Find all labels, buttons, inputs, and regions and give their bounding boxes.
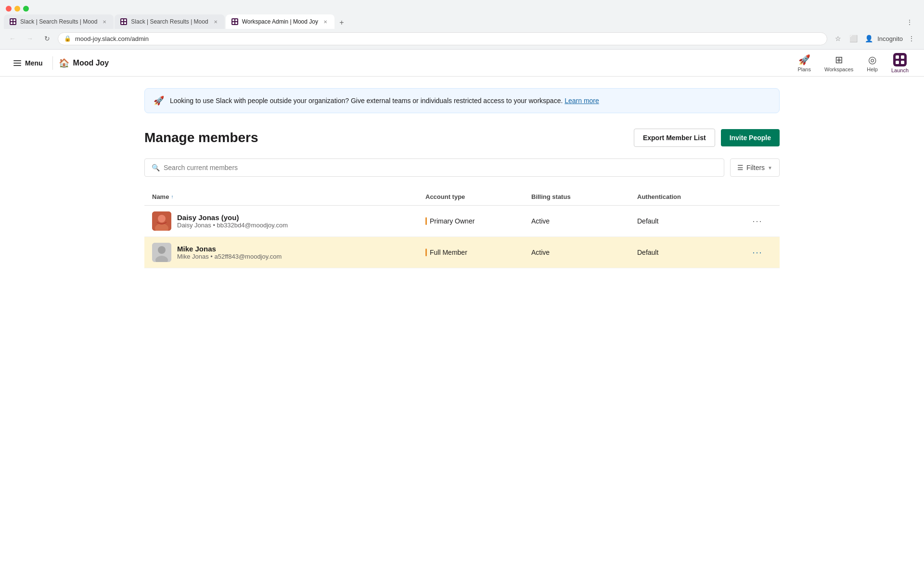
maximize-window-btn[interactable] [23, 6, 29, 12]
plans-icon: 🚀 [798, 54, 810, 66]
main-content: 🚀 Looking to use Slack with people outsi… [125, 88, 799, 268]
banner-text: Looking to use Slack with people outside… [170, 97, 599, 105]
svg-rect-13 [901, 55, 904, 59]
col-name-label: Name [152, 193, 169, 200]
export-member-list-button[interactable]: Export Member List [634, 129, 715, 147]
more-actions-mike-button[interactable]: ··· [748, 246, 766, 260]
help-icon: ◎ [868, 54, 876, 66]
incognito-button[interactable]: 👤 [862, 32, 875, 45]
tab-title-1: Slack | Search Results | Mood [20, 18, 97, 25]
svg-rect-4 [121, 19, 123, 21]
forward-button[interactable]: → [23, 32, 37, 45]
bookmark-button[interactable]: ☆ [831, 32, 845, 45]
tab-close-3[interactable]: ✕ [322, 18, 329, 25]
col-header-name[interactable]: Name ↑ [152, 193, 425, 200]
more-actions-daisy-button[interactable]: ··· [748, 214, 766, 228]
tab-close-1[interactable]: ✕ [101, 18, 108, 25]
avatar-image-mike [152, 243, 171, 262]
learn-more-link[interactable]: Learn more [565, 97, 599, 105]
tab-favicon-1 [10, 18, 16, 25]
header-nav: 🚀 Plans ⊞ Workspaces ◎ Help Launch [792, 50, 914, 76]
search-input-wrapper: 🔍 [144, 158, 724, 177]
member-email-daisy: Daisy Jonas • bb332bd4@moodjoy.com [177, 222, 288, 229]
incognito-label: Incognito [877, 35, 903, 42]
avatar-image-daisy [152, 211, 171, 231]
close-window-btn[interactable] [6, 6, 12, 12]
page-header: Manage members Export Member List Invite… [144, 129, 780, 147]
more-options-button[interactable]: ⋮ [905, 32, 918, 45]
reload-button[interactable]: ↻ [40, 32, 54, 45]
external-teams-banner: 🚀 Looking to use Slack with people outsi… [144, 88, 780, 113]
svg-rect-7 [124, 22, 126, 24]
plans-label: Plans [797, 66, 811, 72]
svg-rect-5 [124, 19, 126, 21]
avatar-daisy [152, 211, 171, 231]
minimize-window-btn[interactable] [14, 6, 20, 12]
members-table-wrapper: Name ↑ Account type Billing status Authe… [144, 188, 780, 268]
lock-icon: 🔒 [64, 35, 71, 42]
account-type-value-mike: Full Member [430, 249, 467, 256]
rocket-icon: 🚀 [154, 95, 164, 106]
svg-rect-14 [896, 61, 899, 64]
account-type-daisy: Primary Owner [425, 217, 531, 225]
svg-point-17 [158, 215, 166, 223]
tab-slack-search-2[interactable]: Slack | Search Results | Mood ✕ [115, 14, 224, 29]
hamburger-icon [13, 60, 21, 66]
url-bar[interactable]: 🔒 mood-joy.slack.com/admin [58, 32, 827, 45]
tab-favicon-3 [231, 18, 238, 25]
tab-title-3: Workspace Admin | Mood Joy [242, 18, 318, 25]
url-text: mood-joy.slack.com/admin [75, 35, 149, 42]
plans-nav-item[interactable]: 🚀 Plans [792, 51, 817, 75]
billing-status-daisy: Active [531, 217, 637, 225]
page-title: Manage members [144, 130, 258, 145]
new-tab-button[interactable]: + [335, 16, 348, 29]
browser-actions: ☆ ⬜ 👤 Incognito ⋮ [831, 32, 918, 45]
svg-rect-6 [121, 22, 123, 24]
search-icon: 🔍 [152, 164, 160, 171]
sort-arrow-icon: ↑ [171, 194, 173, 199]
avatar-mike [152, 243, 171, 262]
filters-button[interactable]: ☰ Filters ▼ [730, 158, 780, 177]
tab-favicon-2 [120, 18, 127, 25]
menu-toggle[interactable]: Menu [10, 55, 47, 71]
col-header-account-type: Account type [425, 193, 531, 200]
workspaces-label: Workspaces [824, 66, 853, 72]
workspace-info: 🏠 Mood Joy [59, 58, 109, 68]
search-input[interactable] [164, 164, 717, 171]
workspaces-nav-item[interactable]: ⊞ Workspaces [819, 51, 859, 75]
filters-icon: ☰ [737, 164, 744, 171]
invite-people-button[interactable]: Invite People [721, 129, 780, 146]
launch-label: Launch [891, 67, 909, 73]
back-button[interactable]: ← [6, 32, 19, 45]
help-nav-item[interactable]: ◎ Help [861, 51, 884, 75]
hamburger-line-1 [13, 60, 21, 61]
table-header: Name ↑ Account type Billing status Authe… [144, 188, 780, 206]
member-info-mike: Mike Jonas Mike Jonas • a52ff843@moodjoy… [152, 243, 425, 262]
account-type-bar-daisy [425, 217, 427, 225]
table-row: Daisy Jonas (you) Daisy Jonas • bb332bd4… [144, 206, 780, 237]
chevron-down-icon: ▼ [768, 165, 772, 171]
tab-workspace-admin[interactable]: Workspace Admin | Mood Joy ✕ [226, 14, 334, 29]
svg-rect-2 [11, 22, 13, 24]
col-header-actions [743, 193, 772, 200]
tab-close-2[interactable]: ✕ [212, 18, 219, 25]
svg-point-20 [158, 246, 166, 254]
help-label: Help [867, 66, 878, 72]
tab-slack-search-1[interactable]: Slack | Search Results | Mood ✕ [4, 14, 114, 29]
row-actions-daisy: ··· [743, 214, 772, 228]
member-details-daisy: Daisy Jonas (you) Daisy Jonas • bb332bd4… [177, 213, 288, 229]
svg-rect-9 [235, 19, 237, 21]
authentication-mike: Default [637, 249, 743, 256]
menu-label: Menu [25, 59, 43, 67]
tab-list-button[interactable]: ⋮ [903, 15, 916, 29]
member-email-mike: Mike Jonas • a52ff843@moodjoy.com [177, 253, 282, 260]
extension-button[interactable]: ⬜ [847, 32, 860, 45]
member-info-daisy: Daisy Jonas (you) Daisy Jonas • bb332bd4… [152, 211, 425, 231]
svg-rect-11 [235, 22, 237, 24]
workspaces-icon: ⊞ [835, 54, 843, 66]
col-header-billing-status: Billing status [531, 193, 637, 200]
account-type-mike: Full Member [425, 249, 531, 256]
hamburger-line-3 [13, 65, 21, 66]
member-name-daisy: Daisy Jonas (you) [177, 213, 288, 222]
launch-nav-item[interactable]: Launch [886, 50, 914, 76]
